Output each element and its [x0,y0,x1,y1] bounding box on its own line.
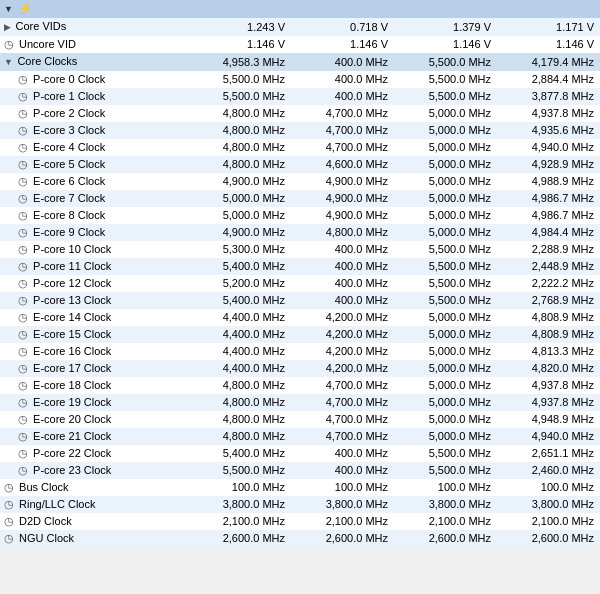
value-cell: 4,800.0 MHz [190,156,293,173]
value-cell: 5,000.0 MHz [396,326,499,343]
table-row: ▼ Core Clocks4,958.3 MHz400.0 MHz5,500.0… [0,53,600,71]
value-cell: 5,400.0 MHz [190,258,293,275]
clock-icon: ◷ [18,396,31,408]
value-cell: 5,000.0 MHz [396,377,499,394]
value-cell: 400.0 MHz [293,88,396,105]
value-cell: 2,884.4 MHz [499,71,600,88]
value-cell: 4,200.0 MHz [293,326,396,343]
value-cell: 5,000.0 MHz [190,207,293,224]
clock-icon: ◷ [18,141,31,153]
value-cell: 5,000.0 MHz [396,411,499,428]
clock-icon: ◷ [18,345,31,357]
clock-icon: ◷ [18,124,31,136]
table-row: ◷ E-core 19 Clock4,800.0 MHz4,700.0 MHz5… [0,394,600,411]
clock-icon: ◷ [18,243,31,255]
value-cell: 4,928.9 MHz [499,156,600,173]
value-cell: 4,900.0 MHz [190,224,293,241]
value-cell: 4,700.0 MHz [293,105,396,122]
value-cell: 4,800.0 MHz [190,122,293,139]
value-cell: 5,500.0 MHz [396,71,499,88]
value-cell: 4,937.8 MHz [499,377,600,394]
row-label: P-core 22 Clock [33,447,111,459]
row-label: NGU Clock [19,532,74,544]
value-cell: 5,000.0 MHz [396,343,499,360]
clock-icon: ◷ [18,362,31,374]
value-cell: 4,200.0 MHz [293,309,396,326]
collapse-icon[interactable]: ▼ [4,4,13,14]
row-label: P-core 2 Clock [33,107,105,119]
row-label: Bus Clock [19,481,69,493]
value-cell: 3,800.0 MHz [396,496,499,513]
table-row: ◷ Ring/LLC Clock3,800.0 MHz3,800.0 MHz3,… [0,496,600,513]
value-cell: 4,800.0 MHz [190,377,293,394]
value-cell: 2,600.0 MHz [190,530,293,547]
table-row: ◷ E-core 5 Clock4,800.0 MHz4,600.0 MHz5,… [0,156,600,173]
main-table-container: ▼ ⚡ ▶ Core VIDs1.243 V0.718 V1.379 V1.17… [0,0,600,547]
clock-icon: ◷ [4,38,17,50]
value-cell: 2,100.0 MHz [499,513,600,530]
table-row: ◷ E-core 8 Clock5,000.0 MHz4,900.0 MHz5,… [0,207,600,224]
value-cell: 2,100.0 MHz [190,513,293,530]
table-row: ▶ Core VIDs1.243 V0.718 V1.379 V1.171 V [0,18,600,36]
value-cell: 100.0 MHz [190,479,293,496]
clock-icon: ◷ [18,73,31,85]
table-row: ◷ P-core 0 Clock5,500.0 MHz400.0 MHz5,50… [0,71,600,88]
value-cell: 400.0 MHz [293,275,396,292]
value-cell: 2,222.2 MHz [499,275,600,292]
row-label: Ring/LLC Clock [19,498,95,510]
clock-icon: ◷ [18,277,31,289]
table-row: ◷ E-core 18 Clock4,800.0 MHz4,700.0 MHz5… [0,377,600,394]
value-cell: 4,400.0 MHz [190,309,293,326]
value-cell: 3,800.0 MHz [190,496,293,513]
clock-icon: ◷ [4,498,17,510]
value-cell: 400.0 MHz [293,462,396,479]
value-cell: 4,900.0 MHz [293,190,396,207]
clock-icon: ◷ [18,90,31,102]
table-row: ◷ Bus Clock100.0 MHz100.0 MHz100.0 MHz10… [0,479,600,496]
title-row: ▼ ⚡ [0,0,600,18]
data-table: ▼ ⚡ ▶ Core VIDs1.243 V0.718 V1.379 V1.17… [0,0,600,547]
value-cell: 4,800.0 MHz [293,224,396,241]
value-cell: 5,500.0 MHz [190,71,293,88]
value-cell: 5,000.0 MHz [396,139,499,156]
table-row: ◷ E-core 9 Clock4,900.0 MHz4,800.0 MHz5,… [0,224,600,241]
value-cell: 100.0 MHz [396,479,499,496]
value-cell: 1.171 V [499,18,600,36]
clock-icon: ◷ [18,107,31,119]
value-cell: 4,900.0 MHz [293,173,396,190]
value-cell: 1.146 V [396,36,499,53]
row-label: E-core 6 Clock [33,175,105,187]
clock-icon: ◷ [18,413,31,425]
value-cell: 5,000.0 MHz [396,360,499,377]
value-cell: 4,935.6 MHz [499,122,600,139]
value-cell: 1.379 V [396,18,499,36]
value-cell: 5,400.0 MHz [190,292,293,309]
table-row: ◷ P-core 23 Clock5,500.0 MHz400.0 MHz5,5… [0,462,600,479]
value-cell: 5,500.0 MHz [190,462,293,479]
row-label: E-core 19 Clock [33,396,111,408]
table-row: ◷ E-core 20 Clock4,800.0 MHz4,700.0 MHz5… [0,411,600,428]
clock-icon: ◷ [18,192,31,204]
expand-down-icon[interactable]: ▼ [4,57,15,67]
clock-icon: ◷ [18,294,31,306]
value-cell: 4,400.0 MHz [190,326,293,343]
cpu-title: ▼ ⚡ [0,0,600,18]
value-cell: 5,400.0 MHz [190,445,293,462]
value-cell: 4,808.9 MHz [499,309,600,326]
table-row: ◷ NGU Clock2,600.0 MHz2,600.0 MHz2,600.0… [0,530,600,547]
value-cell: 400.0 MHz [293,445,396,462]
row-label: D2D Clock [19,515,72,527]
clock-icon: ◷ [18,447,31,459]
clock-icon: ◷ [18,464,31,476]
expand-right-icon[interactable]: ▶ [4,22,14,32]
clock-icon: ◷ [18,226,31,238]
value-cell: 4,800.0 MHz [190,411,293,428]
table-body: ▶ Core VIDs1.243 V0.718 V1.379 V1.171 V◷… [0,18,600,547]
value-cell: 5,000.0 MHz [396,428,499,445]
value-cell: 4,984.4 MHz [499,224,600,241]
value-cell: 4,958.3 MHz [190,53,293,71]
table-row: ◷ P-core 2 Clock4,800.0 MHz4,700.0 MHz5,… [0,105,600,122]
value-cell: 1.146 V [499,36,600,53]
value-cell: 4,200.0 MHz [293,360,396,377]
row-label: P-core 12 Clock [33,277,111,289]
